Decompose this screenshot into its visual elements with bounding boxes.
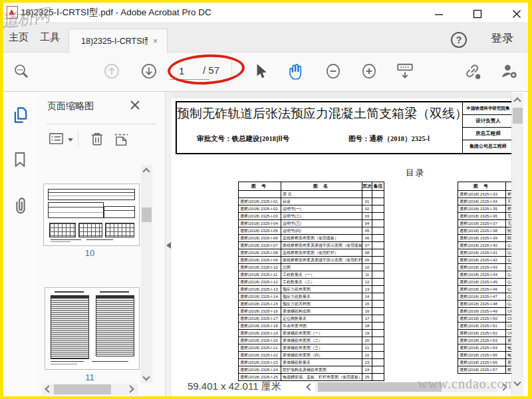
toc-cell: 15 [362,301,372,308]
doc-vscrollbar-thumb[interactable] [513,108,523,124]
toc-cell [372,279,384,286]
panel-scroll-right-icon[interactable] [126,384,136,394]
toc-cell: 通桥(2018) 2325-Ⅰ-06 [239,235,281,242]
sign-in-button[interactable]: 登录 [491,31,513,46]
toc-header: 备注 [372,182,384,191]
thumbnail-options-icon[interactable] [48,130,66,148]
minimize-button[interactable] [429,8,449,20]
toc-cell: 通桥(2018) 2325-Ⅰ-03 [239,213,281,220]
toc-row: 通桥(2018) 2325-Ⅰ-57桥 [458,366,512,374]
toc-cell: 通桥(2018) 2325-Ⅰ-39 [458,235,506,242]
doc-scroll-left-icon[interactable] [303,382,314,392]
toc-row: 通桥(2018) 2325-Ⅰ-06直线桥桥面布置图（使用遮板）06 [239,235,384,242]
toc-cell [372,242,384,249]
toc-row: 通桥(2018) 2325-Ⅰ-42QJ- [458,257,512,264]
page-thumbnails-icon[interactable] [11,105,31,125]
toc-cell: 通桥(2018) 2325-Ⅰ-04 [239,220,281,227]
toc-cell: 通桥(2018) 2325-Ⅰ-12 [239,279,281,286]
toc-cell: CRT [506,323,512,330]
zoom-out-icon[interactable] [323,61,343,82]
panel-collapse-icon[interactable] [166,242,171,249]
window-title: 18)2325-Ⅰ-CRTSⅠ型.pdf - Adobe Acrobat Pro… [21,7,211,19]
page-display-mode-icon[interactable] [395,61,415,82]
toc-row: 通桥(2018) 2325-Ⅰ-50CRT [458,315,512,323]
toc-cell: 通桥(2018) 2325-Ⅰ-50 [458,315,506,323]
doc-vertical-scrollbar[interactable] [511,93,523,396]
page-dimensions-status: 59.401 x 42.011 厘米 [188,380,281,393]
bookmarks-icon[interactable] [11,150,31,170]
toc-cell: 通桥(2018) 2325-Ⅰ-13 [239,286,281,293]
toc-cell [372,257,384,264]
toc-cell: QJ- [506,279,512,286]
search-icon[interactable] [11,61,31,82]
toc-cell: 通桥(2018) 2325-Ⅰ-11 [239,271,281,279]
panel-scrollbar-thumb[interactable] [142,207,152,222]
tab-home[interactable]: 主页 [9,31,29,44]
panel-hscrollbar-thumb[interactable] [54,384,111,394]
panel-scroll-up-icon[interactable] [141,165,152,176]
add-user-icon[interactable] [499,61,519,82]
toc-row: 通桥(2018) 2325-Ⅰ-41QJ- [458,249,512,257]
toc-cell [372,227,384,235]
tab-close-icon[interactable]: × [153,37,158,46]
toc-cell: 梁体钢筋布置图（一） [281,330,362,337]
toc-row: 通桥(2018) 2325-Ⅰ-37无 [458,220,512,227]
toc-cell: 工程数量表（二） [281,279,362,286]
close-button[interactable] [507,8,527,20]
toc-row: 通桥(2018) 2325-Ⅰ-33桥 [458,191,512,198]
toc-cell: 通桥(2018) 2325-Ⅰ-15 [239,301,281,308]
hand-tool-icon[interactable] [285,61,305,82]
panel-title: 页面缩略图 [47,100,94,112]
share-link-icon[interactable] [462,61,482,82]
toc-row: 通桥(2018) 2325-Ⅰ-35桥 [458,205,512,213]
next-page-icon[interactable] [139,61,159,82]
toc-row: 通桥(2018) 2325-Ⅰ-07曲线桥桥面布置及梁缝平面示意图（使用遮板）0… [239,242,384,249]
previous-page-icon[interactable] [102,61,122,82]
panel-close-icon[interactable] [129,99,142,112]
toc-cell [372,301,384,308]
toc-cell: 通桥(2018) 2325-Ⅰ-07 [239,242,281,249]
drawing-title-block: 预制无砟轨道后张法预应力混凝土简支箱梁（双线） 审批文号：铁总建设[2018]Ⅰ… [176,101,511,154]
toc-row: 通桥(2018) 2325-Ⅰ-22梁体钢筋布置图（四）22 [239,352,384,359]
toc-cell: 电 [506,352,512,359]
help-icon[interactable]: ? [451,32,467,48]
toc-cell: 曲线桥桥面布置及梁缝平面示意图（使用栏杆） [281,257,362,264]
tab-tools[interactable]: 工具 [40,31,60,44]
panel-vertical-scrollbar[interactable] [141,165,152,383]
toc-row: 通桥(2018) 2325-Ⅰ-18吊点布置详图18 [239,323,384,330]
toc-cell: 通桥(2018) 2325-Ⅰ-51 [458,323,506,330]
select-tool-icon[interactable] [251,61,271,82]
toc-cell: 桥 [506,205,512,213]
panel-scroll-left-icon[interactable] [42,384,53,394]
doc-scroll-down-icon[interactable] [512,378,523,388]
toc-row: 通桥(2018) 2325-Ⅰ-44QJ- [458,271,512,279]
toc-cell: 通桥(2018) 2325-Ⅰ-41 [458,249,506,257]
toc-cell [372,308,384,315]
attachments-icon[interactable] [11,196,31,215]
pdf-page: 预制无砟轨道后张法预应力混凝土简支箱梁（双线） 审批文号：铁总建设[2018]Ⅰ… [172,98,511,396]
toc-cell: 09 [362,257,372,264]
doc-scroll-up-icon[interactable] [512,94,523,105]
toc-cell [372,271,384,279]
toc-row: 通桥(2018) 2325-Ⅰ-08直线桥桥面布置图（使用栏杆）08 [239,249,384,257]
toc-cell: 通桥(2018) 2325-Ⅰ-23 [239,359,281,366]
toc-row: 通桥(2018) 2325-Ⅰ-56梁 [458,359,512,366]
toc-row: 通桥(2018) 2325-Ⅰ-21梁体钢筋布置图（三）21 [239,344,384,352]
maximize-button[interactable] [467,8,487,20]
panel-scroll-down-icon[interactable] [141,372,152,383]
toc-cell: 预应力筋布置图 [281,286,362,293]
toc-cell: 通桥(2018) 2325-Ⅰ-02 [239,205,281,213]
toc-cell: 天 [506,198,512,205]
thumbnail-page-10[interactable] [43,184,140,246]
crop-pages-icon[interactable] [112,130,131,148]
thumbnail-page-11[interactable] [45,287,140,370]
thumbnail-options-caret-icon[interactable] [68,138,73,142]
delete-pages-icon[interactable] [88,130,107,148]
toc-cell: 附 [506,235,512,242]
toc-row: 通桥(2018) 2325-Ⅰ-40QJ- [458,242,512,249]
role-group-chief-engineer: 集团公司总工程师 [463,140,511,152]
zoom-in-icon[interactable] [359,61,379,82]
tab-document[interactable]: 18)2325-I-CRTSI型.p... × [68,29,168,53]
toc-cell: 19 [362,330,372,337]
panel-horizontal-scrollbar[interactable] [42,384,138,395]
